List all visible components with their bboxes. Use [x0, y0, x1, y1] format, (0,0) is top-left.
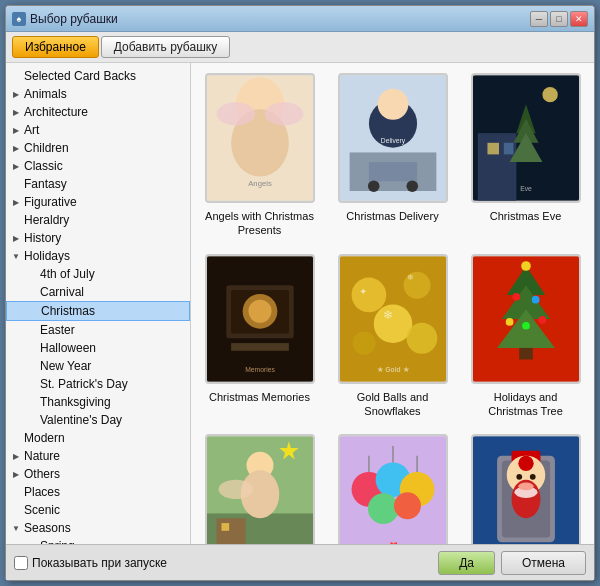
svg-text:✦: ✦ [359, 286, 367, 297]
sidebar-item-selected-backs[interactable]: Selected Card Backs [6, 67, 190, 85]
card-thumbnail: Eve [471, 73, 581, 203]
svg-point-28 [248, 299, 271, 322]
bottom-buttons: Да Отмена [438, 551, 586, 575]
sidebar-item-history[interactable]: ▶History [6, 229, 190, 247]
svg-point-65 [393, 492, 420, 519]
sidebar-item-halloween[interactable]: Halloween [6, 339, 190, 357]
sidebar-item-thanksgiving[interactable]: Thanksgiving [6, 393, 190, 411]
arrow-icon: ▼ [10, 522, 22, 534]
arrow-icon [10, 432, 22, 444]
sidebar-item-valentines[interactable]: Valentine's Day [6, 411, 190, 429]
svg-rect-45 [519, 348, 532, 360]
sidebar-item-st-patricks[interactable]: St. Patrick's Day [6, 375, 190, 393]
title-buttons: ─ □ ✕ [530, 11, 588, 27]
card-item-holidays-tree[interactable]: Holidays and Christmas Tree [467, 254, 584, 419]
sidebar-item-new-year[interactable]: New Year [6, 357, 190, 375]
svg-rect-58 [216, 518, 245, 544]
card-item-gold[interactable]: ★ Gold ★ ✦ ❄ ❄ Gold Balls and Snowflakes [334, 254, 451, 419]
sidebar-item-animals[interactable]: ▶Animals [6, 85, 190, 103]
svg-point-50 [538, 316, 546, 324]
sidebar-item-spring[interactable]: Spring [6, 537, 190, 544]
sidebar-item-nature[interactable]: ▶Nature [6, 447, 190, 465]
sidebar-item-label: Christmas [41, 304, 95, 318]
close-button[interactable]: ✕ [570, 11, 588, 27]
sidebar-item-places[interactable]: Places [6, 483, 190, 501]
maximize-button[interactable]: □ [550, 11, 568, 27]
svg-point-78 [516, 474, 522, 480]
sidebar-item-fantasy[interactable]: Fantasy [6, 175, 190, 193]
svg-point-79 [529, 474, 535, 480]
svg-rect-11 [368, 162, 416, 181]
ok-button[interactable]: Да [438, 551, 495, 575]
cancel-button[interactable]: Отмена [501, 551, 586, 575]
card-item-delivery[interactable]: Delivery Christmas Delivery [334, 73, 451, 238]
arrow-icon [26, 378, 38, 390]
sidebar-item-figurative[interactable]: ▶Figurative [6, 193, 190, 211]
title-bar: ♠ Выбор рубашки ─ □ ✕ [6, 6, 594, 32]
sidebar-item-label: Art [24, 123, 39, 137]
sidebar-item-easter[interactable]: Easter [6, 321, 190, 339]
card-item-angels[interactable]: Angels Angels with Christmas Presents [201, 73, 318, 238]
svg-point-12 [367, 180, 379, 192]
checkbox-label: Показывать при запуске [32, 556, 167, 570]
svg-point-16 [542, 87, 557, 102]
sidebar-item-4th-july[interactable]: 4th of July [6, 265, 190, 283]
card-grid: Angels Angels with Christmas Presents De… [201, 73, 584, 544]
card-item-eve[interactable]: Eve Christmas Eve [467, 73, 584, 238]
svg-point-51 [522, 321, 530, 329]
arrow-icon [26, 286, 38, 298]
tab-favorites[interactable]: Избранное [12, 36, 99, 58]
card-thumbnail: 🎁 [338, 434, 448, 544]
sidebar-item-scenic[interactable]: Scenic [6, 501, 190, 519]
minimize-button[interactable]: ─ [530, 11, 548, 27]
sidebar-item-modern[interactable]: Modern [6, 429, 190, 447]
sidebar-item-label: History [24, 231, 61, 245]
sidebar-item-seasons[interactable]: ▼Seasons [6, 519, 190, 537]
card-thumbnail [205, 434, 315, 544]
sidebar-item-carnival[interactable]: Carnival [6, 283, 190, 301]
arrow-icon: ▶ [10, 468, 22, 480]
svg-point-56 [218, 480, 253, 499]
svg-text:Delivery: Delivery [380, 137, 405, 145]
card-item-memories[interactable]: Memories Christmas Memories [201, 254, 318, 419]
card-thumbnail [471, 434, 581, 544]
sidebar-item-christmas[interactable]: Christmas [6, 301, 190, 321]
card-thumbnail: Angels [205, 73, 315, 203]
svg-text:❄: ❄ [383, 309, 393, 321]
sidebar-item-label: Easter [40, 323, 75, 337]
grid-area: Angels Angels with Christmas Presents De… [191, 63, 594, 544]
card-item-santa[interactable]: Santa Claus in Chimney [467, 434, 584, 544]
sidebar-item-label: Architecture [24, 105, 88, 119]
svg-text:★ Gold ★: ★ Gold ★ [377, 366, 409, 373]
card-item-nativity[interactable]: Nativity Scene with a Young Girl [201, 434, 318, 544]
card-item-party[interactable]: 🎁 Party Present [334, 434, 451, 544]
sidebar-item-label: Others [24, 467, 60, 481]
svg-point-47 [512, 293, 520, 301]
svg-point-75 [518, 456, 533, 471]
sidebar-item-others[interactable]: ▶Others [6, 465, 190, 483]
card-thumbnail: Delivery [338, 73, 448, 203]
main-window: ♠ Выбор рубашки ─ □ ✕ Избранное Добавить… [5, 5, 595, 581]
window-title: Выбор рубашки [30, 12, 118, 26]
svg-point-32 [351, 277, 386, 312]
sidebar-item-children[interactable]: ▶Children [6, 139, 190, 157]
show-on-startup-checkbox[interactable] [14, 556, 28, 570]
sidebar-item-art[interactable]: ▶Art [6, 121, 190, 139]
sidebar-item-classic[interactable]: ▶Classic [6, 157, 190, 175]
sidebar-item-label: Nature [24, 449, 60, 463]
tab-add[interactable]: Добавить рубашку [101, 36, 230, 58]
arrow-icon [26, 414, 38, 426]
card-label: Christmas Delivery [346, 209, 438, 223]
card-label: Christmas Memories [209, 390, 310, 404]
sidebar-item-architecture[interactable]: ▶Architecture [6, 103, 190, 121]
card-thumbnail: Memories [205, 254, 315, 384]
arrow-icon: ▶ [10, 124, 22, 136]
sidebar-item-label: Fantasy [24, 177, 67, 191]
svg-point-13 [406, 180, 418, 192]
svg-point-46 [521, 261, 531, 271]
arrow-icon: ▶ [10, 142, 22, 154]
toolbar: Избранное Добавить рубашку [6, 32, 594, 63]
sidebar-item-holidays[interactable]: ▼Holidays [6, 247, 190, 265]
sidebar-item-heraldry[interactable]: Heraldry [6, 211, 190, 229]
main-content: Selected Card Backs▶Animals▶Architecture… [6, 63, 594, 544]
